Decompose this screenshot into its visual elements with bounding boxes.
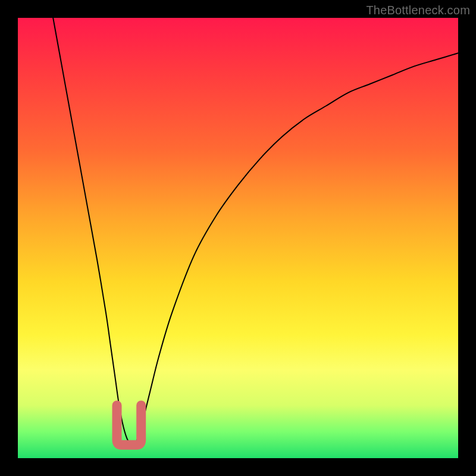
curve-path bbox=[53, 18, 458, 445]
chart-frame: TheBottleneck.com bbox=[0, 0, 476, 476]
chart-svg bbox=[18, 18, 458, 458]
watermark-text: TheBottleneck.com bbox=[366, 4, 470, 17]
bottleneck-marker bbox=[117, 405, 142, 445]
plot-area bbox=[18, 18, 458, 458]
